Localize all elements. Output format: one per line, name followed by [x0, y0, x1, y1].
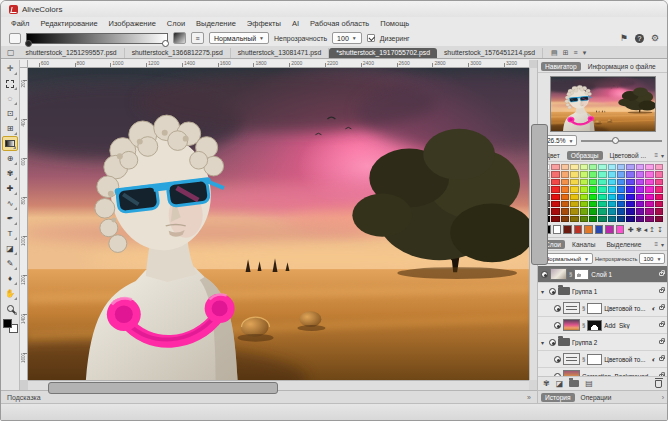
swatch-cell[interactable] [598, 171, 606, 177]
swatch-cell[interactable] [645, 208, 653, 214]
document-tab-4[interactable]: *shutterstock_1917055702.psd [329, 48, 437, 58]
swatch-cell[interactable] [626, 208, 634, 214]
saved-swatch-4[interactable] [574, 225, 583, 234]
panel-chevron-icon[interactable]: ▾ [661, 152, 664, 159]
layer-lock-icon[interactable] [659, 374, 664, 376]
swatch-cell[interactable] [598, 194, 606, 200]
bottom-tab-1[interactable]: История [541, 393, 575, 402]
swatch-cell[interactable] [626, 216, 634, 222]
swatch-cell[interactable] [626, 179, 634, 185]
flag-icon[interactable]: ⚑ [620, 34, 628, 43]
layers-blend-mode-select[interactable]: Нормальный▼ [541, 253, 593, 264]
foreground-color-swatch[interactable] [3, 319, 12, 328]
swatch-cell[interactable] [655, 201, 663, 207]
menu-icon[interactable]: ≡ [574, 49, 578, 56]
swatch-cell[interactable] [589, 179, 597, 185]
panel-menu-icon[interactable]: ≡ [654, 241, 658, 248]
swatch-cell[interactable] [608, 216, 616, 222]
swatch-cell[interactable] [551, 186, 559, 192]
saved-swatch-3[interactable] [563, 225, 572, 234]
document-tab-1[interactable]: shutterstock_1251299557.psd [19, 48, 125, 58]
import-down-icon[interactable]: ↧ [657, 226, 663, 233]
gradient-type-button[interactable] [173, 32, 186, 44]
swatch-cell[interactable] [636, 186, 644, 192]
chameleon-brush-tool[interactable]: ✾ [2, 166, 18, 181]
swatch-cell[interactable] [570, 194, 578, 200]
swatch-cell[interactable] [570, 171, 578, 177]
crop-tool[interactable]: ⊡ [2, 106, 18, 121]
chevron-down-icon[interactable]: ▾ [583, 49, 587, 56]
menu-item-2[interactable]: Редактирование [40, 19, 97, 28]
swatch-cell[interactable] [617, 208, 625, 214]
swatch-cell[interactable] [617, 171, 625, 177]
menu-item-6[interactable]: Эффекты [247, 19, 281, 28]
swatch-cell[interactable] [655, 171, 663, 177]
swatch-cell[interactable] [617, 201, 625, 207]
gradient-options-button[interactable]: ≡ [191, 32, 204, 44]
layers-tab-3[interactable]: Выделение [602, 240, 645, 249]
gradient-tool[interactable] [2, 136, 18, 151]
swatch-cell[interactable] [589, 164, 597, 170]
pen-tool[interactable]: ✒ [2, 211, 18, 226]
swatch-cell[interactable] [580, 216, 588, 222]
swatch-cell[interactable] [617, 179, 625, 185]
swatch-cell[interactable] [561, 171, 569, 177]
document-tab-3[interactable]: shutterstock_13081471.psd [231, 48, 330, 58]
blend-mode-select[interactable]: Нормальный▼ [209, 32, 269, 44]
text-tool[interactable]: T [2, 226, 18, 241]
visibility-eye-icon[interactable] [554, 322, 561, 329]
swatch-cell[interactable] [645, 179, 653, 185]
swatch-cell[interactable] [551, 171, 559, 177]
vertical-scrollbar[interactable] [529, 68, 537, 380]
swatch-cell[interactable] [636, 164, 644, 170]
dithering-checkbox[interactable] [367, 34, 375, 42]
layer-lock-icon[interactable] [659, 323, 664, 327]
new-doc-icon[interactable]: ▤ [551, 49, 558, 56]
colors-tab-3[interactable]: Цветовой ... [606, 151, 650, 160]
swatch-cell[interactable] [598, 216, 606, 222]
navigator-thumbnail[interactable] [550, 76, 656, 132]
swatch-cell[interactable] [655, 216, 663, 222]
swatch-cell[interactable] [608, 208, 616, 214]
menu-item-5[interactable]: Выделение [196, 19, 236, 28]
panel-chevron-icon[interactable]: ▾ [661, 241, 664, 248]
saved-swatch-6[interactable] [595, 225, 604, 234]
settings-gear-icon[interactable]: ⚙ [651, 34, 659, 43]
swatch-cell[interactable] [636, 208, 644, 214]
swatch-cell[interactable] [645, 186, 653, 192]
visibility-eye-icon[interactable] [549, 288, 556, 295]
swatch-cell[interactable] [570, 186, 578, 192]
eyedropper-tool[interactable]: ♦ [2, 271, 18, 286]
swatch-cell[interactable] [655, 208, 663, 214]
horizontal-scroll-thumb[interactable] [48, 382, 278, 394]
menu-item-4[interactable]: Слои [167, 19, 185, 28]
swatch-cell[interactable] [589, 208, 597, 214]
swatch-cell[interactable] [645, 194, 653, 200]
gradient-stop-start[interactable] [25, 40, 32, 47]
layer-lock-icon[interactable] [659, 357, 664, 361]
lasso-tool[interactable]: ◌ [2, 91, 18, 106]
swatch-cell[interactable] [551, 179, 559, 185]
group-expand-icon[interactable]: ▾ [541, 288, 547, 295]
swatch-cell[interactable] [608, 171, 616, 177]
plus-icon[interactable]: ✚ [628, 226, 634, 233]
zoom-tool[interactable] [2, 301, 18, 316]
swatch-cell[interactable] [580, 179, 588, 185]
menu-item-3[interactable]: Изображение [109, 19, 156, 28]
swatch-cell[interactable] [589, 171, 597, 177]
swatch-cell[interactable] [655, 186, 663, 192]
layer-lock-icon[interactable] [659, 272, 664, 276]
tile-view-icon[interactable]: ⊞ [563, 49, 569, 56]
swatch-cell[interactable] [608, 179, 616, 185]
swatch-cell[interactable] [636, 179, 644, 185]
layer-row-3[interactable]: §Цветовой то...◐ [538, 300, 667, 317]
swatch-cell[interactable] [551, 201, 559, 207]
swatch-cell[interactable] [580, 208, 588, 214]
swatch-cell[interactable] [655, 179, 663, 185]
swatch-cell[interactable] [608, 194, 616, 200]
bottom-tabs-chevron-icon[interactable]: › [662, 394, 664, 401]
healing-brush-tool[interactable]: ✚ [2, 181, 18, 196]
swatch-cell[interactable] [551, 164, 559, 170]
swatch-cell[interactable] [617, 186, 625, 192]
swatch-cell[interactable] [561, 201, 569, 207]
